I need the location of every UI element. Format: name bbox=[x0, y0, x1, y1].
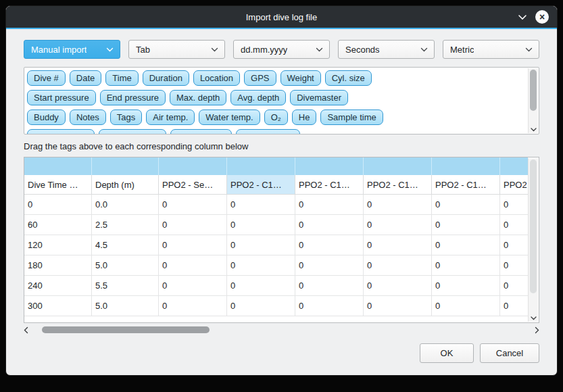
horizontal-scrollbar-track[interactable] bbox=[32, 326, 531, 333]
table-cell[interactable]: 0 bbox=[364, 255, 432, 275]
column-header[interactable]: Dive Time … bbox=[24, 175, 92, 194]
table-cell[interactable]: 0 bbox=[227, 276, 295, 295]
table-cell[interactable]: 5.0 bbox=[92, 255, 159, 275]
tag-date[interactable]: Date bbox=[70, 70, 101, 86]
time-format-combobox[interactable]: Seconds bbox=[338, 40, 435, 59]
chevron-down-icon[interactable] bbox=[518, 14, 527, 20]
table-cell[interactable]: 300 bbox=[24, 296, 92, 316]
table-cell[interactable]: 0 bbox=[500, 215, 528, 235]
table-cell[interactable]: 5.5 bbox=[92, 276, 159, 295]
table-cell[interactable]: 0 bbox=[227, 255, 295, 275]
table-cell[interactable]: 120 bbox=[24, 235, 92, 255]
column-header[interactable]: PPO2 - C1… bbox=[227, 175, 295, 194]
table-cell[interactable]: 0 bbox=[500, 276, 528, 295]
tag-notes[interactable]: Notes bbox=[70, 109, 106, 125]
table-cell[interactable]: 0 bbox=[432, 235, 500, 255]
table-cell[interactable]: 0 bbox=[500, 255, 528, 275]
tag-end-pressure[interactable]: End pressure bbox=[100, 90, 166, 105]
tag-start-pressure[interactable]: Start pressure bbox=[27, 90, 96, 105]
table-cell[interactable]: 240 bbox=[24, 276, 92, 295]
field-separator-combobox[interactable]: Tab bbox=[128, 40, 225, 59]
tag-divemaster[interactable]: Divemaster bbox=[290, 90, 348, 105]
table-cell[interactable]: 0 bbox=[295, 296, 364, 316]
table-cell[interactable]: 0 bbox=[295, 195, 364, 214]
tag-sample-po[interactable]: Sample pO₂ bbox=[170, 129, 231, 134]
tag-dive[interactable]: Dive # bbox=[27, 70, 66, 86]
scroll-down-arrow-icon[interactable] bbox=[529, 128, 538, 132]
table-cell[interactable]: 0 bbox=[364, 215, 432, 235]
table-cell[interactable]: 0 bbox=[432, 255, 500, 275]
column-header[interactable]: PPO2 - C1… bbox=[500, 175, 528, 194]
table-cell[interactable]: 0 bbox=[159, 276, 227, 295]
table-cell[interactable]: 0 bbox=[227, 235, 295, 255]
column-header[interactable]: Depth (m) bbox=[92, 175, 159, 194]
import-mode-combobox[interactable]: Manual import bbox=[24, 40, 120, 59]
column-header[interactable]: PPO2 - C1… bbox=[432, 175, 500, 194]
table-horizontal-scrollbar[interactable] bbox=[24, 324, 539, 335]
table-cell[interactable]: 0 bbox=[295, 255, 364, 275]
close-button[interactable]: × bbox=[535, 10, 549, 24]
table-cell[interactable]: 0 bbox=[364, 235, 432, 255]
tag-sample-temp[interactable]: Sample temp. bbox=[99, 129, 166, 134]
table-cell[interactable]: 0 bbox=[159, 255, 227, 275]
scroll-down-arrow-icon[interactable] bbox=[529, 316, 538, 320]
scroll-left-arrow-icon[interactable] bbox=[24, 326, 28, 334]
table-cell[interactable]: 0 bbox=[227, 195, 295, 214]
column-header[interactable]: PPO2 - Se… bbox=[159, 175, 227, 194]
table-cell[interactable]: 2.5 bbox=[92, 215, 159, 235]
table-cell[interactable]: 0 bbox=[500, 195, 528, 214]
ok-button[interactable]: OK bbox=[420, 343, 474, 363]
tag-sample-cns[interactable]: Sample CNS bbox=[236, 129, 300, 134]
table-cell[interactable]: 0 bbox=[24, 195, 92, 214]
tag-max-depth[interactable]: Max. depth bbox=[170, 90, 226, 105]
column-header[interactable]: PPO2 - C1… bbox=[295, 175, 364, 194]
tags-scrollbar-thumb[interactable] bbox=[530, 70, 537, 111]
tags-scrollbar[interactable] bbox=[528, 68, 538, 133]
column-drop-target[interactable] bbox=[227, 157, 295, 175]
table-cell[interactable]: 0 bbox=[227, 296, 295, 316]
table-cell[interactable]: 0 bbox=[159, 215, 227, 235]
units-combobox[interactable]: Metric bbox=[443, 40, 539, 59]
tag-avg-depth[interactable]: Avg. depth bbox=[230, 90, 286, 105]
column-drop-target[interactable] bbox=[92, 157, 159, 175]
table-cell[interactable]: 4.5 bbox=[92, 235, 159, 255]
tag-water-temp[interactable]: Water temp. bbox=[199, 109, 260, 125]
horizontal-scrollbar-thumb[interactable] bbox=[42, 326, 210, 333]
table-cell[interactable]: 5.0 bbox=[92, 296, 159, 316]
cancel-button[interactable]: Cancel bbox=[480, 343, 539, 363]
table-cell[interactable]: 60 bbox=[24, 215, 92, 235]
table-cell[interactable]: 0 bbox=[364, 276, 432, 295]
scroll-right-arrow-icon[interactable] bbox=[535, 326, 539, 334]
table-cell[interactable]: 0 bbox=[295, 276, 364, 295]
table-cell[interactable]: 0 bbox=[500, 235, 528, 255]
tag-location[interactable]: Location bbox=[193, 70, 240, 86]
table-cell[interactable]: 0 bbox=[364, 296, 432, 316]
date-format-combobox[interactable]: dd.mm.yyyy bbox=[233, 40, 330, 59]
table-cell[interactable]: 0 bbox=[159, 195, 227, 214]
tag-time[interactable]: Time bbox=[105, 70, 138, 86]
table-cell[interactable]: 180 bbox=[24, 255, 92, 275]
titlebar[interactable]: Import dive log file × bbox=[6, 6, 557, 29]
column-drop-target[interactable] bbox=[159, 157, 227, 175]
table-cell[interactable]: 0 bbox=[295, 235, 364, 255]
column-drop-target[interactable] bbox=[364, 157, 432, 175]
column-drop-target[interactable] bbox=[500, 157, 528, 175]
table-cell[interactable]: 0 bbox=[227, 215, 295, 235]
tag-tags[interactable]: Tags bbox=[110, 109, 142, 125]
table-cell[interactable]: 0 bbox=[159, 235, 227, 255]
tag-gps[interactable]: GPS bbox=[244, 70, 276, 86]
column-drop-target[interactable] bbox=[295, 157, 364, 175]
table-scrollbar-thumb[interactable] bbox=[530, 160, 537, 293]
table-cell[interactable]: 0 bbox=[432, 215, 500, 235]
table-cell[interactable]: 0 bbox=[500, 296, 528, 316]
table-cell[interactable]: 0 bbox=[364, 195, 432, 214]
table-cell[interactable]: 0 bbox=[295, 215, 364, 235]
tag-buddy[interactable]: Buddy bbox=[27, 109, 66, 125]
tag-o[interactable]: O₂ bbox=[264, 109, 288, 125]
table-cell[interactable]: 0 bbox=[432, 296, 500, 316]
table-cell[interactable]: 0 bbox=[432, 276, 500, 295]
column-drop-target[interactable] bbox=[432, 157, 500, 175]
table-cell[interactable]: 0 bbox=[432, 195, 500, 214]
tag-sample-depth[interactable]: Sample depth bbox=[27, 129, 95, 134]
tag-duration[interactable]: Duration bbox=[143, 70, 189, 86]
